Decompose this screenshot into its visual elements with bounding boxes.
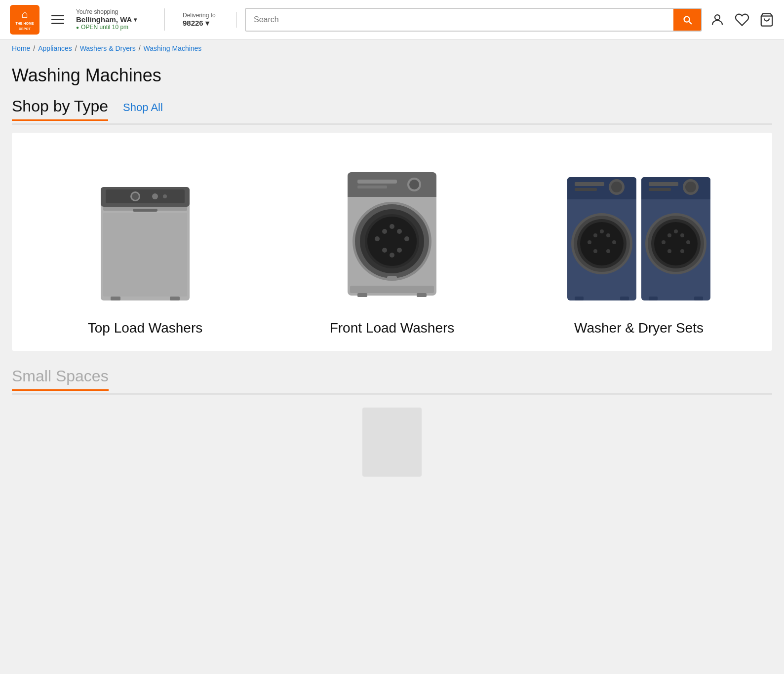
page-title: Washing Machines	[12, 65, 772, 86]
svg-rect-19	[357, 180, 397, 184]
washer-dryer-set-illustration	[565, 157, 713, 305]
section-title: Shop by Type	[12, 97, 108, 121]
svg-rect-37	[417, 293, 427, 297]
svg-point-42	[611, 182, 622, 192]
top-load-washer-illustration	[91, 157, 199, 305]
front-load-washer-illustration	[338, 157, 446, 305]
svg-point-18	[409, 180, 419, 189]
svg-point-27	[397, 229, 402, 234]
svg-point-50	[606, 233, 610, 237]
svg-rect-34	[387, 276, 397, 280]
top-load-image	[27, 152, 264, 310]
svg-point-70	[680, 233, 684, 237]
delivery-info: Delivering to 98226 ▾	[173, 12, 237, 28]
product-card-front-load[interactable]: Front Load Washers	[269, 148, 515, 341]
store-name-text: Bellingham, WA	[76, 15, 132, 24]
store-name[interactable]: Bellingham, WA ▾	[76, 15, 155, 24]
page-title-section: Washing Machines	[0, 57, 784, 96]
zip-chevron-icon: ▾	[205, 19, 209, 28]
svg-rect-10	[133, 209, 157, 212]
svg-rect-76	[649, 297, 658, 300]
site-header: ⌂ THE HOMEDEPOT You're shopping Bellingh…	[0, 0, 784, 39]
breadcrumb-washers-dryers[interactable]: Washers & Dryers	[80, 44, 136, 52]
svg-point-7	[152, 193, 158, 199]
svg-point-6	[132, 193, 139, 200]
wishlist-icon[interactable]	[735, 12, 749, 27]
product-card-top-load[interactable]: Top Load Washers	[22, 148, 269, 341]
svg-point-72	[662, 240, 666, 244]
section-header: Shop by Type Shop All	[12, 96, 772, 125]
store-chevron-icon: ▾	[134, 16, 137, 23]
breadcrumb-appliances[interactable]: Appliances	[38, 44, 72, 52]
front-load-image	[274, 152, 510, 310]
svg-point-48	[580, 222, 624, 265]
breadcrumb: Home / Appliances / Washers & Dryers / W…	[0, 39, 784, 57]
svg-rect-11	[103, 213, 187, 297]
svg-point-53	[612, 240, 616, 244]
logo-house-icon: ⌂	[16, 8, 34, 21]
svg-point-31	[382, 248, 387, 253]
home-depot-logo[interactable]: ⌂ THE HOMEDEPOT	[10, 5, 39, 35]
svg-point-62	[685, 182, 696, 192]
svg-rect-20	[357, 186, 387, 188]
zip-code[interactable]: 98226 ▾	[183, 19, 227, 28]
breadcrumb-separator: /	[33, 44, 35, 52]
washer-dryer-image	[520, 152, 757, 310]
svg-rect-12	[111, 297, 120, 300]
cart-icon[interactable]	[759, 12, 774, 27]
svg-point-8	[163, 194, 167, 198]
svg-rect-35	[350, 286, 434, 293]
svg-point-52	[588, 240, 591, 244]
hamburger-menu-button[interactable]	[47, 11, 68, 28]
svg-point-29	[375, 236, 380, 241]
svg-rect-36	[357, 293, 367, 297]
svg-rect-43	[575, 182, 604, 186]
svg-point-28	[390, 224, 394, 229]
svg-point-54	[593, 249, 597, 253]
top-load-label: Top Load Washers	[88, 320, 202, 336]
svg-point-68	[654, 222, 698, 265]
svg-rect-44	[575, 188, 597, 191]
svg-rect-4	[106, 189, 185, 203]
svg-point-69	[667, 233, 671, 237]
front-load-label: Front Load Washers	[330, 320, 455, 336]
hamburger-line	[51, 15, 64, 16]
svg-rect-60	[641, 191, 710, 199]
svg-rect-57	[620, 297, 629, 300]
header-icons	[710, 12, 774, 27]
svg-point-71	[674, 229, 678, 233]
svg-point-30	[404, 236, 409, 241]
small-appliance-placeholder	[362, 408, 422, 477]
svg-point-49	[593, 233, 597, 237]
search-input[interactable]	[246, 9, 673, 31]
svg-rect-13	[170, 297, 180, 300]
product-cards-container: Top Load Washers	[12, 133, 772, 351]
svg-point-74	[667, 249, 671, 253]
zip-code-text: 98226	[183, 19, 203, 27]
washer-dryer-label: Washer & Dryer Sets	[574, 320, 704, 336]
breadcrumb-separator: /	[139, 44, 141, 52]
shop-all-link[interactable]: Shop All	[123, 101, 163, 114]
logo-text: THE HOMEDEPOT	[16, 22, 34, 31]
breadcrumb-home[interactable]: Home	[12, 44, 30, 52]
breadcrumb-separator: /	[75, 44, 77, 52]
open-status: OPEN until 10 pm	[76, 24, 155, 31]
svg-point-26	[382, 229, 387, 234]
search-button[interactable]	[673, 9, 701, 31]
svg-point-51	[600, 229, 604, 233]
product-card-washer-dryer-sets[interactable]: Washer & Dryer Sets	[515, 148, 762, 341]
store-info: You're shopping Bellingham, WA ▾ OPEN un…	[76, 8, 165, 31]
small-spaces-title: Small Spaces	[12, 367, 109, 391]
small-spaces-header: Small Spaces	[12, 366, 772, 395]
account-icon[interactable]	[710, 12, 725, 27]
svg-rect-64	[649, 188, 671, 191]
breadcrumb-current: Washing Machines	[144, 44, 202, 52]
main-content: Shop by Type Shop All	[0, 96, 784, 496]
svg-point-32	[397, 248, 402, 253]
svg-rect-63	[649, 182, 678, 186]
shop-by-type-section: Shop by Type Shop All	[12, 96, 772, 351]
svg-rect-40	[567, 191, 636, 199]
hamburger-line	[51, 19, 64, 20]
small-spaces-section: Small Spaces	[12, 366, 772, 482]
svg-point-33	[390, 253, 394, 258]
